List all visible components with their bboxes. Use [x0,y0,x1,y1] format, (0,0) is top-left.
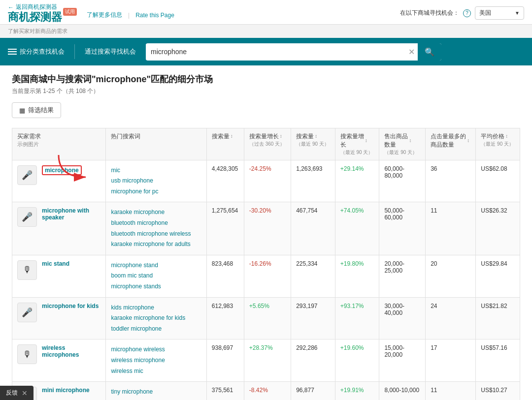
search-input[interactable] [146,44,405,60]
keyword-item[interactable]: mini microphone iphone [111,398,201,400]
cell-avg-price: US$10.27 [476,382,520,400]
learn-more-link[interactable]: 了解更多信息 [87,11,122,19]
cell-sold-range: 60,000- 80,000 [379,160,426,202]
filter-icon: ▦ [19,107,25,114]
cell-buyer-demand: 🎤microphone [12,160,106,202]
keyword-item[interactable]: bluetooth microphone [111,218,201,229]
table-row: 🎤microphone for kidskids microphonekarao… [12,297,520,339]
th-buyer-demand: 买家需求 示例图片 [12,128,106,160]
product-image: 🎤 [17,303,37,322]
search-label: 通过搜索寻找机会 [85,47,136,56]
cell-growth-90: +19.80% [335,255,379,297]
keyword-item[interactable]: mic [111,165,201,176]
cell-keywords: kids microphonekaraoke microphone for ki… [106,297,206,339]
keyword-item[interactable]: microphone wireless [111,344,201,355]
cell-growth-360: -16.26% [244,255,291,297]
back-link[interactable]: ← 返回商机探测器 [8,3,57,11]
cell-growth-360: +28.37% [244,339,291,382]
cell-search-vol-360: 612,983 [206,297,244,339]
cell-sold-range: 15,000- 20,000 [379,339,426,382]
trial-badge: 试用 [63,8,77,16]
rate-page-link[interactable]: Rate this Page [135,12,174,19]
product-label[interactable]: mic stand [42,260,69,267]
sort-icon: ↕ [231,133,233,140]
cell-search-vol-90: 1,263,693 [291,160,335,202]
chevron-down-icon: ▼ [515,10,520,16]
sort-icon-2: ↕ [280,133,282,140]
cell-avg-price: US$62.08 [476,160,520,202]
keyword-item[interactable]: microphone for pc [111,186,201,197]
cell-avg-price: US$26.32 [476,202,520,255]
market-select[interactable]: 美国 ▼ [475,6,524,20]
keyword-item[interactable]: microphone stand [111,260,201,271]
feedback-bar: 反馈 ✕ [0,386,33,400]
sort-top-click[interactable]: 点击量最多的商品数量↕ [431,132,469,149]
category-menu-button[interactable]: 按分类查找机会 [8,47,65,56]
hamburger-icon [8,49,17,55]
cell-buyer-demand: 🎙mic stand [12,255,106,297]
info-icon[interactable]: ? [463,9,471,17]
cell-top-click: 11 [426,202,476,255]
sort-growth-360[interactable]: 搜索量增长↕ [249,132,282,141]
keyword-item[interactable]: kids microphone [111,303,201,313]
clear-search-button[interactable]: ✕ [405,44,418,60]
product-label[interactable]: wireless microphones [42,344,79,358]
keyword-item[interactable]: wireless microphone [111,355,201,366]
table-row: 🎙mic standmicrophone standboom mic stand… [12,255,520,297]
product-label[interactable]: microphone with speaker [42,207,89,221]
th-search-vol-360: 搜索量↕ [206,128,244,160]
sort-growth-90[interactable]: 搜索量增长↕ [340,132,367,149]
filter-button[interactable]: ▦ 筛选结果 [12,102,61,118]
keyword-item[interactable]: karaoke microphone for adults [111,239,201,250]
sort-search-vol-360[interactable]: 搜索量↕ [212,132,233,141]
sort-avg-price[interactable]: 平均价格↕ [481,132,508,141]
feedback-label: 反馈 [6,389,18,397]
cell-keywords: karaoke microphonebluetooth microphonebl… [106,202,206,255]
product-label[interactable]: microphone for kids [42,303,99,309]
cell-search-vol-360: 4,428,305 [206,160,244,202]
result-count: 当前显示第 1-25 个（共 108 个） [12,87,520,95]
product-label[interactable]: microphone [42,165,82,175]
sort-sold-products[interactable]: 售出商品数量↕ [384,132,411,149]
cell-sold-range: 20,000- 25,000 [379,255,426,297]
th-growth-360: 搜索量增长↕ （过去 360 天） [244,128,291,160]
keyword-item[interactable]: toddler microphone [111,324,201,335]
keyword-item[interactable]: boom mic stand [111,271,201,281]
market-value: 美国 [479,9,491,17]
cell-avg-price: US$29.84 [476,255,520,297]
search-bar: ✕ 🔍 [146,43,441,61]
separator: | [128,12,130,19]
th-growth-90: 搜索量增长↕ （最近 90 天） [335,128,379,160]
keyword-item[interactable]: usb microphone [111,176,201,186]
cell-buyer-demand: 🎤microphone for kids [12,297,106,339]
keyword-item[interactable]: microphone stands [111,281,201,292]
cell-top-click: 36 [426,160,476,202]
keyword-item[interactable]: karaoke microphone for kids [111,313,201,324]
cell-sold-range: 30,000- 40,000 [379,297,426,339]
th-buyer-demand-label: 买家需求 [17,132,100,141]
search-button[interactable]: 🔍 [418,43,441,61]
keyword-item[interactable]: wireless mic [111,366,201,377]
cell-avg-price: US$21.82 [476,297,520,339]
brand-logo: 商机探测器 [8,12,62,23]
keyword-item[interactable]: bluetooth microphone wireless [111,229,201,240]
th-top-click: 点击量最多的商品数量↕ [426,128,476,160]
feedback-close-button[interactable]: ✕ [22,389,28,397]
cell-search-vol-360: 1,275,654 [206,202,244,255]
market-label: 在以下商城寻找机会： [400,9,459,17]
product-image: 🎙 [17,260,37,280]
cell-search-vol-360: 823,468 [206,255,244,297]
table-row: 🎤microphone with speakerkaraoke micropho… [12,202,520,255]
sort-icon-6: ↕ [467,137,469,144]
product-label[interactable]: mini microphone [42,387,90,394]
cell-search-vol-360: 375,561 [206,382,244,400]
cell-keywords: tiny microphonemini microphone iphonemin… [106,382,206,400]
category-menu-label: 按分类查找机会 [20,47,65,56]
keyword-item[interactable]: tiny microphone [111,387,201,398]
cell-search-vol-90: 96,877 [291,382,335,400]
keyword-item[interactable]: karaoke microphone [111,207,201,218]
cell-growth-360: -8.42% [244,382,291,400]
sort-search-vol-90[interactable]: 搜索量↕ [296,132,317,141]
th-buyer-demand-sub: 示例图片 [17,141,100,148]
cell-avg-price: US$57.16 [476,339,520,382]
